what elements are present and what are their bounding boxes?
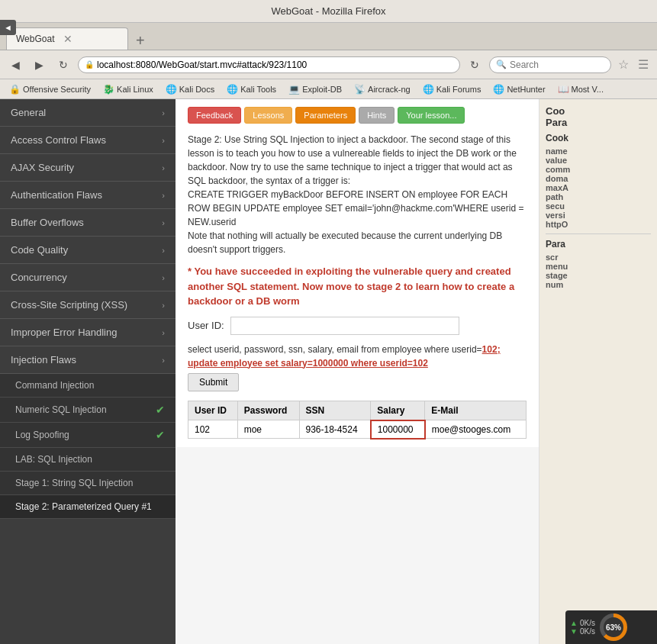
sub-item-label: LAB: SQL Injection [15,454,92,465]
col-header-ssn: SSN [299,401,371,420]
user-id-form-row: User ID: [188,317,527,335]
bookmark-kali-tools[interactable]: 🌐 Kali Tools [222,82,281,96]
cookie-maxa-label: maxA [546,183,651,192]
search-box: 🔍 [489,56,611,73]
bookmark-nethunter[interactable]: 🌐 NetHunter [488,82,549,96]
sub-item-label: Stage 1: String SQL Injection [15,478,133,488]
sidebar-item-lab-sql[interactable]: LAB: SQL Injection [0,448,176,472]
kali-forums-icon: 🌐 [423,84,434,95]
user-id-input[interactable] [230,317,459,335]
browser-tab[interactable]: WebGoat ✕ [6,27,128,50]
sidebar-item-error-handling[interactable]: Improper Error Handling › [0,319,176,346]
sidebar-item-xss[interactable]: Cross-Site Scripting (XSS) › [0,291,176,319]
cell-ssn: 936-18-4524 [299,420,371,439]
aircrack-icon: 📡 [354,84,366,95]
kali-linux-icon: 🐉 [103,84,114,95]
bookmark-label: Kali Linux [117,85,153,94]
user-id-label: User ID: [188,320,224,331]
col-header-salary: Salary [371,401,425,420]
bookmark-label: Kali Forums [436,85,481,94]
reload-button[interactable]: ↻ [53,56,73,74]
bookmark-aircrack[interactable]: 📡 Aircrack-ng [349,82,415,96]
cell-email: moe@stooges.com [425,420,527,439]
bookmark-label: Kali Docs [179,85,214,94]
chevron-right-icon: › [162,163,165,172]
sidebar-category-label: Improper Error Handling [11,327,117,338]
cell-salary: 1000000 [371,420,425,439]
sidebar-item-log-spoofing[interactable]: Log Spoofing ✔ [0,423,176,448]
tab-lessons[interactable]: Lessons [244,107,292,124]
reload-btn2[interactable]: ↻ [465,56,485,74]
forward-button[interactable]: ▶ [30,56,49,74]
sub-item-label: Command Injection [15,380,94,391]
chevron-right-icon: › [162,108,165,118]
page-layout: General › Access Control Flaws › AJAX Se… [0,99,657,644]
kali-tools-icon: 🌐 [227,84,238,95]
submit-button[interactable]: Submit [188,373,239,391]
tab-feedback[interactable]: Feedback [188,107,241,124]
col-header-email: E-Mail [425,401,527,420]
tab-close-button[interactable]: ✕ [63,33,72,45]
chevron-right-icon: › [162,191,165,200]
chevron-right-icon: › [162,301,165,310]
check-icon: ✔ [156,404,165,416]
cookie-comm-label: comm [546,165,651,174]
download-speed-row: ▼ 0K/s [570,627,595,636]
sidebar-item-authentication[interactable]: Authentication Flaws › [0,182,176,209]
sidebar-item-ajax[interactable]: AJAX Security › [0,154,176,182]
table-row: 102 moe 936-18-4524 1000000 moe@stooges.… [188,420,527,439]
tab-lesson-active[interactable]: Your lesson... [398,107,465,124]
tab-hints[interactable]: Hints [359,107,395,124]
back-button[interactable]: ◀ [6,56,25,74]
sidebar-item-command-injection[interactable]: Command Injection [0,374,176,398]
browser-menu-button[interactable]: ☰ [636,55,651,74]
sidebar-item-stage1[interactable]: Stage 1: String SQL Injection [0,472,176,495]
sidebar-item-code-quality[interactable]: Code Quality › [0,237,176,264]
sidebar-item-general[interactable]: General › [0,99,176,127]
sidebar-category-label: Code Quality [11,244,68,256]
cookie-secu-label: secu [546,201,651,211]
param-stage-label: stage [546,271,651,280]
sidebar-category-label: AJAX Security [11,162,74,173]
param-num-label: num [546,280,651,289]
stage-tabs: Feedback Lessons Parameters Hints Your l… [188,107,527,124]
offensive-security-icon: 🔒 [9,84,21,95]
sidebar-item-buffer[interactable]: Buffer Overflows › [0,209,176,237]
params-title: Para [546,239,651,250]
bookmark-kali-docs[interactable]: 🌐 Kali Docs [161,82,219,96]
sidebar-category-label: Cross-Site Scripting (XSS) [11,299,127,311]
sub-item-label: Log Spoofing [15,430,69,440]
bookmark-kali-forums[interactable]: 🌐 Kali Forums [418,82,486,96]
scroll-left-button[interactable]: ◄ [0,20,16,35]
sidebar-item-concurrency[interactable]: Concurrency › [0,264,176,291]
success-message: * You have succeeded in exploiting the v… [188,264,527,309]
sidebar-item-injection[interactable]: Injection Flaws › [0,346,176,374]
bookmark-label: Kali Tools [240,85,276,94]
sub-item-label: Numeric SQL Injection [15,404,107,415]
bookmark-star-button[interactable]: ☆ [616,55,631,74]
chevron-right-icon: › [162,328,165,337]
bookmark-offensive-security[interactable]: 🔒 Offensive Security [5,82,95,96]
tab-parameters[interactable]: Parameters [295,107,356,124]
search-input[interactable] [510,60,604,70]
results-table: User ID Password SSN Salary E-Mail 102 m… [188,401,527,440]
download-arrow-icon: ▼ [570,627,578,636]
sidebar-item-numeric-sql[interactable]: Numeric SQL Injection ✔ [0,398,176,423]
tab-label: WebGoat [16,34,54,44]
network-gauge: 63% [600,613,627,641]
main-content: Feedback Lessons Parameters Hints Your l… [176,99,539,644]
url-input[interactable] [97,60,453,70]
sidebar: General › Access Control Flaws › AJAX Se… [0,99,176,644]
bookmark-kali-linux[interactable]: 🐉 Kali Linux [98,82,158,96]
new-tab-button[interactable]: + [131,32,150,50]
bookmark-most-visited[interactable]: 📖 Most V... [553,82,608,96]
bookmark-exploit-db[interactable]: 💻 Exploit-DB [284,82,346,96]
bookmark-label: Aircrack-ng [368,85,411,94]
download-speed: 0K/s [580,627,595,636]
sql-injection-value: 102; update employee set salary=1000000 … [188,344,501,369]
sidebar-item-access-control[interactable]: Access Control Flaws › [0,127,176,154]
chevron-right-icon: › [162,246,165,255]
col-header-userid: User ID [188,401,238,420]
sidebar-item-stage2[interactable]: Stage 2: Parameterized Query #1 [0,495,176,519]
bookmark-label: NetHunter [507,85,545,94]
